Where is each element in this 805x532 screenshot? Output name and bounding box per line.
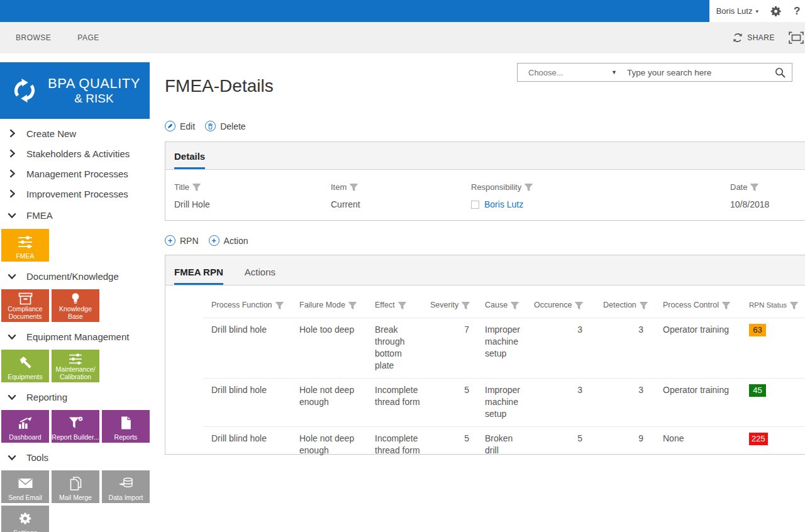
filter-icon[interactable]: [275, 302, 284, 309]
trash-icon: [205, 121, 216, 131]
filter-icon[interactable]: [511, 302, 519, 309]
app-logo-text: BPA QUALITY & RISK: [48, 77, 140, 104]
table-row[interactable]: Drill blind hole Hole not deep enough In…: [203, 426, 805, 463]
search-input[interactable]: [623, 68, 768, 77]
search-bar: Choose... ▼: [517, 63, 792, 82]
tile-data-import[interactable]: Data Import: [102, 470, 150, 503]
filter-icon[interactable]: [722, 302, 730, 309]
edit-pencil-icon: [165, 121, 175, 131]
app-logo[interactable]: BPA QUALITY & RISK: [0, 62, 150, 119]
filter-icon[interactable]: [192, 184, 201, 191]
ribbon-tab-page[interactable]: PAGE: [77, 33, 99, 42]
tab-details[interactable]: Details: [174, 151, 205, 169]
table-row[interactable]: Drill blind hole Hole too deep Break thr…: [203, 318, 805, 378]
tile-maintenance-calibration[interactable]: Maintenance/ Calibration: [52, 350, 99, 382]
delete-button[interactable]: Delete: [205, 121, 245, 131]
add-rpn-button[interactable]: + RPN: [165, 235, 199, 246]
share-button[interactable]: SHARE: [733, 33, 775, 43]
chevron-down-icon: ▾: [755, 8, 758, 14]
filter-icon[interactable]: [575, 302, 583, 309]
main-content: Choose... ▼ FMEA-Details Edit Delete: [160, 53, 805, 532]
tile-send-email[interactable]: Send Email: [1, 470, 49, 503]
filter-icon[interactable]: [790, 302, 798, 309]
tab-fmea-rpn[interactable]: FMEA RPN: [174, 267, 223, 285]
plus-icon: +: [209, 235, 219, 246]
tile-report-builder[interactable]: Report Builder...: [52, 410, 99, 443]
rpn-status-badge: 63: [749, 324, 766, 336]
share-label: SHARE: [747, 33, 775, 42]
edit-button[interactable]: Edit: [165, 121, 195, 131]
user-name: Boris Lutz: [716, 6, 753, 16]
app-window: Boris Lutz ▾ ? BROWSE PAGE SHARE: [0, 0, 805, 532]
field-item: Item Current: [331, 182, 471, 209]
chevron-down-icon: [8, 455, 16, 460]
page-title: FMEA-Details: [165, 76, 274, 96]
tile-compliance-documents[interactable]: Compliance Documents: [1, 289, 49, 322]
rpn-status-badge: 225: [749, 433, 768, 445]
refresh-arrows-icon: [10, 76, 39, 105]
tab-actions[interactable]: Actions: [245, 267, 275, 285]
chevron-right-icon: [8, 169, 16, 178]
tile-mail-merge[interactable]: Mail Merge: [52, 470, 99, 503]
help-icon[interactable]: ?: [794, 5, 804, 18]
share-icon: [733, 33, 743, 43]
sidebar-item-tools[interactable]: Tools: [0, 448, 150, 467]
pages-icon: [69, 470, 82, 494]
chevron-down-icon: [8, 213, 16, 218]
field-date: Date 10/8/2018: [730, 182, 805, 209]
focus-on-content-icon[interactable]: [789, 31, 805, 44]
filter-icon[interactable]: [640, 302, 648, 309]
table-row[interactable]: Drill blind hole Hole not deep enough In…: [203, 378, 805, 426]
chevron-down-icon: [8, 274, 16, 279]
ribbon-bar: BROWSE PAGE SHARE: [0, 22, 805, 53]
sliders-icon: [17, 229, 33, 253]
sidebar-item-improvement-processes[interactable]: Improvement Processes: [0, 184, 150, 204]
tile-equipments[interactable]: Equipments: [1, 350, 49, 382]
tile-dashboard[interactable]: Dashboard: [1, 410, 49, 443]
filter-icon[interactable]: [750, 184, 758, 191]
filter-icon[interactable]: [350, 184, 358, 191]
sidebar-item-management-processes[interactable]: Management Processes: [0, 163, 150, 184]
responsibility-user-link[interactable]: Boris Lutz: [484, 199, 523, 209]
sidebar: BPA QUALITY & RISK Create New Stakeholde…: [0, 53, 160, 532]
search-icon[interactable]: [768, 67, 792, 78]
filter-icon[interactable]: [462, 302, 470, 309]
field-responsibility: Responsibility Boris Lutz: [471, 182, 730, 209]
sidebar-item-create-new[interactable]: Create New: [0, 123, 150, 143]
suite-bar-brand-area: [0, 0, 709, 22]
funnel-check-icon: [69, 410, 83, 434]
search-scope-dropdown[interactable]: Choose... ▼: [518, 68, 623, 77]
archive-icon: [18, 289, 33, 306]
responsibility-checkbox[interactable]: [471, 201, 479, 209]
filter-icon[interactable]: [348, 302, 357, 309]
user-menu[interactable]: Boris Lutz ▾: [716, 6, 758, 16]
fmea-rpn-panel: FMEA RPN Actions Process Function Failur…: [165, 255, 805, 455]
sidebar-item-fmea[interactable]: FMEA: [0, 205, 150, 225]
sidebar-item-reporting[interactable]: Reporting: [0, 387, 150, 406]
field-title: Title Drill Hole: [174, 182, 331, 209]
hammer-icon: [18, 350, 33, 374]
details-panel: Details Title Drill Hole Item Current: [165, 141, 805, 221]
add-action-button[interactable]: + Action: [209, 235, 248, 246]
plus-icon: +: [165, 235, 175, 246]
sidebar-item-stakeholders[interactable]: Stakeholders & Activities: [0, 143, 150, 163]
sidebar-item-document-knowledge[interactable]: Document/Knowledge: [0, 267, 150, 285]
gear-icon: [18, 506, 33, 529]
filter-icon[interactable]: [525, 184, 533, 191]
table-header-row: Process Function Failure Mode Effect Sev…: [203, 299, 805, 318]
tile-knowledge-base[interactable]: Knowledge Base: [52, 289, 99, 322]
tile-settings[interactable]: Settings: [1, 506, 49, 532]
chevron-right-icon: [8, 189, 16, 198]
sliders-icon: [68, 350, 83, 366]
chevron-right-icon: [8, 129, 16, 138]
sidebar-item-equipment-management[interactable]: Equipment Management: [0, 327, 150, 346]
envelope-icon: [18, 470, 33, 494]
filter-icon[interactable]: [398, 302, 406, 309]
ribbon-tab-browse[interactable]: BROWSE: [16, 33, 51, 42]
tile-fmea[interactable]: FMEA: [1, 229, 49, 262]
gear-icon[interactable]: [770, 5, 782, 18]
tile-reports[interactable]: Reports: [102, 410, 150, 443]
rpn-status-badge: 45: [749, 384, 766, 397]
document-icon: [121, 410, 131, 434]
database-icon: [119, 470, 133, 494]
